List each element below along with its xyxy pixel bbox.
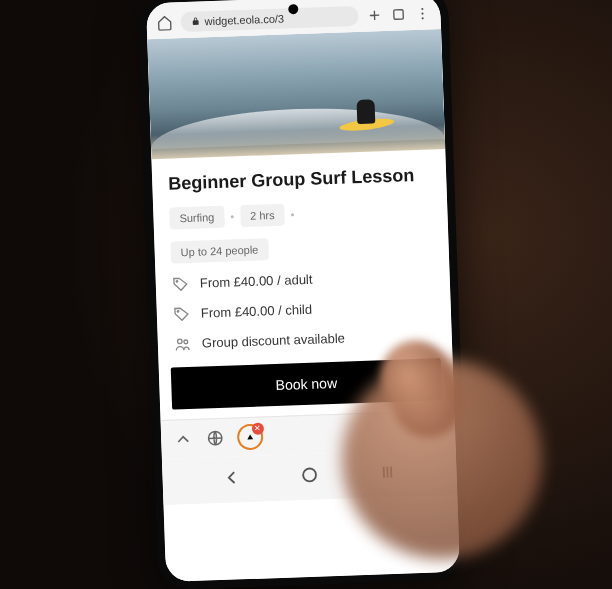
svg-point-6 bbox=[177, 339, 182, 344]
chip-duration: 2 hrs bbox=[240, 203, 285, 227]
separator-dot: • bbox=[290, 208, 294, 220]
separator-dot: • bbox=[230, 210, 234, 222]
svg-rect-0 bbox=[394, 10, 404, 20]
price-child-text: From £40.00 / child bbox=[201, 302, 313, 321]
svg-point-5 bbox=[177, 310, 179, 312]
book-now-button[interactable]: Book now bbox=[171, 358, 442, 409]
home-icon[interactable] bbox=[156, 14, 173, 31]
tabs-icon[interactable] bbox=[390, 6, 407, 23]
group-icon bbox=[174, 334, 193, 353]
phone-screen: widget.eola.co/3 Beginner Group Su bbox=[146, 0, 460, 582]
group-discount-text: Group discount available bbox=[202, 331, 346, 351]
tag-icon bbox=[173, 304, 192, 323]
svg-point-4 bbox=[176, 280, 178, 282]
globe-icon[interactable] bbox=[205, 427, 226, 448]
menu-icon[interactable] bbox=[414, 5, 431, 22]
hero-image bbox=[147, 29, 445, 159]
chip-activity: Surfing bbox=[169, 205, 225, 229]
tab-indicator[interactable]: ✕ bbox=[237, 423, 264, 450]
page-content: Beginner Group Surf Lesson Surfing • 2 h… bbox=[147, 29, 460, 582]
phone-frame: widget.eola.co/3 Beginner Group Su bbox=[138, 0, 469, 589]
group-discount-row: Group discount available bbox=[174, 326, 436, 353]
close-icon[interactable]: ✕ bbox=[252, 422, 264, 434]
price-child-row: From £40.00 / child bbox=[173, 296, 435, 323]
price-adult-text: From £40.00 / adult bbox=[200, 272, 313, 291]
url-text: widget.eola.co/3 bbox=[204, 12, 284, 27]
home-button[interactable] bbox=[298, 463, 321, 486]
price-adult-row: From £40.00 / adult bbox=[171, 266, 433, 293]
tag-icon bbox=[171, 274, 190, 293]
svg-point-1 bbox=[421, 8, 423, 10]
page-title: Beginner Group Surf Lesson bbox=[168, 164, 431, 196]
android-nav-bar bbox=[162, 448, 457, 504]
chip-capacity: Up to 24 people bbox=[170, 238, 268, 263]
chevron-up-icon[interactable] bbox=[173, 428, 194, 449]
recents-button[interactable] bbox=[376, 460, 399, 483]
svg-point-9 bbox=[303, 468, 316, 481]
back-button[interactable] bbox=[220, 466, 243, 489]
new-tab-icon[interactable] bbox=[366, 7, 383, 24]
svg-point-7 bbox=[184, 339, 188, 343]
lock-icon bbox=[190, 16, 200, 26]
url-bar[interactable]: widget.eola.co/3 bbox=[180, 6, 359, 32]
svg-point-3 bbox=[422, 17, 424, 19]
svg-point-2 bbox=[421, 13, 423, 15]
detail-chips: Surfing • 2 hrs • bbox=[169, 198, 432, 229]
